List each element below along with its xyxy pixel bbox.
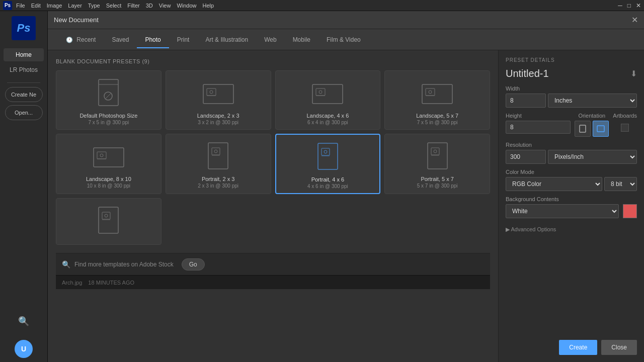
svg-point-10	[319, 90, 322, 94]
app-container: Ps Home LR Photos Create Ne Open... 🔍 U …	[0, 11, 644, 362]
tab-print[interactable]: Print	[169, 31, 198, 48]
preset-icon-portrait-5x7	[420, 140, 455, 173]
tab-art-illustration[interactable]: Art & Illustration	[197, 31, 256, 48]
height-orientation-row: Height Orientation	[506, 113, 637, 137]
tab-recent[interactable]: 🕐 Recent	[58, 31, 104, 48]
width-row: Width Inches Pixels Centimeters Millimet…	[506, 85, 637, 108]
height-input[interactable]	[506, 121, 571, 134]
width-unit-select[interactable]: Inches Pixels Centimeters Millimeters	[548, 94, 637, 108]
preset-name-7: Portrait, 5 x 7	[421, 176, 453, 182]
resolution-inputs: Pixels/Inch Pixels/Centimeter	[506, 150, 637, 164]
artboards-checkbox[interactable]	[621, 124, 629, 132]
preset-card-landscape-5x7[interactable]: Landscape, 5 x 7 7 x 5 in @ 300 ppi	[384, 70, 490, 130]
status-bar: Arch.jpg 18 MINUTES AGO	[56, 275, 490, 289]
clock-icon: 🕐	[66, 37, 73, 43]
color-mode-inputs: RGB Color CMYK Color Grayscale 8 bit 16 …	[506, 177, 637, 191]
open-button[interactable]: Open...	[5, 105, 43, 120]
preset-icon-portrait-4x6	[310, 141, 345, 173]
status-time: 18 MINUTES AGO	[88, 280, 134, 286]
svg-rect-37	[597, 126, 604, 132]
stock-search-text: Find more templates on Adobe Stock	[74, 261, 174, 268]
dialog-close-button[interactable]: ✕	[631, 15, 638, 25]
menu-filter[interactable]: Filter	[127, 3, 139, 9]
sidebar-divider	[7, 82, 40, 83]
menu-edit[interactable]: Edit	[31, 3, 41, 9]
svg-rect-17	[97, 152, 106, 159]
menu-layer[interactable]: Layer	[68, 3, 82, 9]
menu-select[interactable]: Select	[106, 3, 122, 9]
orientation-portrait-button[interactable]	[575, 121, 591, 137]
bg-content-select[interactable]: White Black Transparent	[506, 204, 619, 218]
preset-card-portrait-2x3[interactable]: Portrait, 2 x 3 2 x 3 in @ 300 ppi	[166, 134, 271, 194]
tab-bar: 🕐 Recent Saved Photo Print Art & Illustr…	[48, 29, 644, 50]
avatar[interactable]: U	[15, 340, 33, 358]
stock-search-icon: 🔍	[62, 260, 70, 268]
search-icon[interactable]: 🔍	[18, 316, 29, 327]
tab-film-video[interactable]: Film & Video	[318, 31, 369, 48]
advanced-options-toggle[interactable]: ▶ Advanced Options	[506, 226, 637, 233]
save-preset-icon[interactable]: ⬇	[630, 69, 637, 78]
maximize-button[interactable]: □	[627, 2, 631, 9]
sidebar-item-home[interactable]: Home	[4, 48, 44, 61]
preset-card-portrait-4x6[interactable]: Portrait, 4 x 6 4 x 6 in @ 300 ppi	[275, 134, 381, 194]
create-new-button[interactable]: Create Ne	[5, 87, 43, 102]
bg-content-row: Background Contents White Black Transpar…	[506, 196, 637, 218]
preset-card-landscape-8x10[interactable]: Landscape, 8 x 10 10 x 8 in @ 300 ppi	[56, 134, 162, 194]
photoshop-logo: Ps	[12, 16, 36, 40]
bit-depth-select[interactable]: 8 bit 16 bit 32 bit	[604, 177, 637, 191]
tab-saved[interactable]: Saved	[104, 31, 137, 48]
preset-icon-empty	[91, 205, 126, 237]
app-logo: Ps	[3, 1, 12, 10]
sidebar-item-lr-photos[interactable]: LR Photos	[4, 63, 44, 76]
resolution-label: Resolution	[506, 142, 637, 148]
color-mode-select[interactable]: RGB Color CMYK Color Grayscale	[506, 177, 602, 191]
bg-content-inputs: White Black Transparent	[506, 204, 637, 218]
svg-rect-25	[321, 148, 330, 155]
svg-point-26	[324, 150, 327, 153]
minimize-button[interactable]: ─	[618, 2, 622, 9]
preset-size-7: 5 x 7 in @ 300 ppi	[417, 183, 458, 189]
preset-icon-default	[91, 77, 126, 110]
tab-mobile[interactable]: Mobile	[285, 31, 318, 48]
svg-rect-12	[422, 84, 452, 104]
color-swatch[interactable]	[623, 204, 637, 218]
preset-card-portrait-5x7[interactable]: Portrait, 5 x 7 5 x 7 in @ 300 ppi	[384, 134, 490, 194]
preset-size-3: 7 x 5 in @ 300 ppi	[417, 120, 458, 125]
menu-type[interactable]: Type	[88, 3, 100, 9]
svg-rect-21	[212, 148, 220, 155]
preset-card-default[interactable]: Default Photoshop Size 7 x 5 in @ 300 pp…	[56, 70, 162, 130]
preset-icon-landscape-4x6	[310, 77, 345, 110]
close-button[interactable]: Close	[601, 340, 637, 355]
height-group: Height	[506, 113, 571, 134]
menu-file[interactable]: File	[16, 3, 25, 9]
resolution-input[interactable]	[506, 150, 546, 164]
preset-icon-landscape-2x3	[201, 77, 236, 110]
menu-window[interactable]: Window	[177, 3, 196, 9]
svg-rect-24	[318, 143, 338, 169]
panel-section-title: PRESET DETAILS	[506, 57, 637, 63]
menu-3d[interactable]: 3D	[146, 3, 153, 9]
dialog-wrapper: New Document ✕ 🕐 Recent Saved Photo Prin…	[48, 11, 644, 362]
status-filename: Arch.jpg	[62, 280, 82, 286]
preset-card-empty[interactable]	[56, 198, 162, 245]
orientation-landscape-button[interactable]	[593, 121, 609, 137]
tab-web[interactable]: Web	[256, 31, 284, 48]
preset-name-1: Landscape, 2 x 3	[197, 113, 239, 119]
content-area: BLANK DOCUMENT PRESETS (9)	[48, 50, 644, 362]
svg-rect-16	[94, 148, 124, 167]
create-button[interactable]: Create	[559, 340, 597, 355]
go-button[interactable]: Go	[182, 258, 205, 270]
resolution-unit-select[interactable]: Pixels/Inch Pixels/Centimeter	[548, 150, 637, 164]
preset-card-landscape-2x3[interactable]: Landscape, 2 x 3 3 x 2 in @ 300 ppi	[166, 70, 271, 130]
close-window-button[interactable]: ✕	[636, 2, 641, 9]
menu-view[interactable]: View	[159, 3, 171, 9]
menu-help[interactable]: Help	[203, 3, 214, 9]
menu-image[interactable]: Image	[47, 3, 62, 9]
tab-photo[interactable]: Photo	[137, 31, 169, 48]
bg-content-label: Background Contents	[506, 196, 637, 202]
presets-header: BLANK DOCUMENT PRESETS (9)	[56, 58, 490, 64]
width-input[interactable]	[506, 94, 546, 108]
preset-card-landscape-4x6[interactable]: Landscape, 4 x 6 6 x 4 in @ 300 ppi	[275, 70, 381, 130]
svg-rect-28	[428, 143, 447, 169]
svg-rect-13	[426, 88, 435, 96]
